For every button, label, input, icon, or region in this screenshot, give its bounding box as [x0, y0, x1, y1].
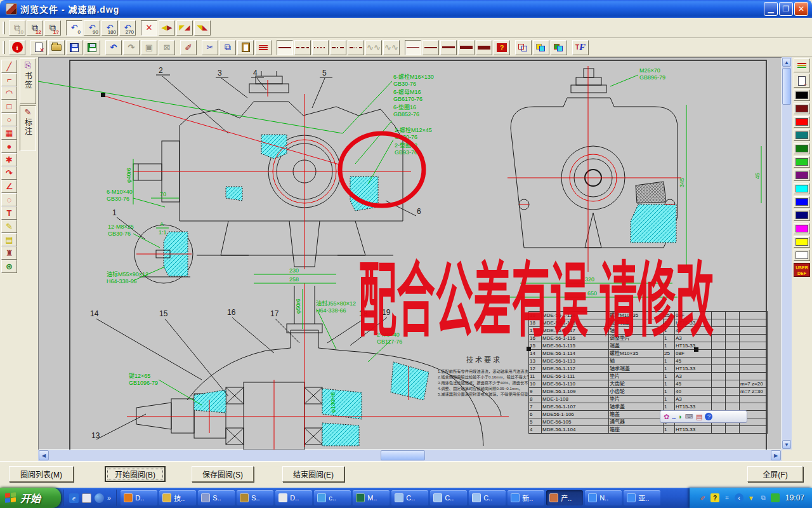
end-review-button[interactable]: 结束圈阅(E): [282, 466, 344, 482]
linewidth-4-button[interactable]: [458, 40, 475, 55]
brush-tool-button[interactable]: ⊛: [1, 260, 17, 273]
scroll-right-button[interactable]: ▶: [771, 450, 781, 460]
copy-button[interactable]: ⧉: [219, 40, 236, 55]
filled-ellipse-tool-button[interactable]: ●: [1, 140, 17, 153]
linewidth-2-button[interactable]: [422, 40, 439, 55]
color-swatch-4[interactable]: [794, 143, 810, 154]
taskbar-clock[interactable]: 19:07: [785, 493, 804, 502]
angle-tool-button[interactable]: ∠: [1, 180, 17, 193]
ime-keyboard-icon[interactable]: ⌨: [685, 414, 693, 420]
show-desktop-icon[interactable]: [82, 493, 91, 503]
network-tray-icon[interactable]: ⧉: [759, 493, 768, 502]
zoom-extents-button[interactable]: ⊠: [159, 40, 175, 55]
linestyle-solid-button[interactable]: [277, 40, 293, 55]
filled-rectangle-tool-button[interactable]: ▦: [1, 126, 17, 140]
zoom-window-button[interactable]: ▣: [141, 40, 157, 55]
vertical-scroll-thumb[interactable]: [782, 68, 791, 105]
layer-fill-button[interactable]: [533, 40, 549, 55]
horizontal-scrollbar[interactable]: ◀ ▶: [38, 450, 782, 461]
redo-button[interactable]: ↷: [123, 40, 140, 55]
pen-tray-icon[interactable]: ✐: [698, 493, 707, 502]
rectangle-tool-button[interactable]: □: [1, 100, 17, 113]
no-mirror-button[interactable]: ✕: [141, 20, 157, 36]
linestyle-zigzag-button[interactable]: ∿∿: [383, 40, 400, 55]
vertical-scrollbar[interactable]: ▲ ▼: [782, 57, 792, 450]
color-swatch-8[interactable]: [794, 196, 810, 208]
color-swatch-12[interactable]: [794, 250, 810, 261]
rotate-0-button[interactable]: ↶0: [66, 20, 82, 36]
goto-page-button[interactable]: ⧉1?: [44, 20, 61, 36]
highlighter-tool-button[interactable]: ✎: [1, 220, 17, 233]
taskbar-window-0[interactable]: D..: [121, 490, 157, 505]
next-page-button[interactable]: ⧉12: [27, 20, 43, 36]
ie-quicklaunch-icon[interactable]: e: [69, 493, 79, 503]
linestyle-dash-button[interactable]: [294, 40, 311, 55]
freehand-blob-tool-button[interactable]: ✱: [1, 153, 17, 166]
taskbar-window-10[interactable]: 新..: [508, 490, 544, 505]
eraser-pen-button[interactable]: ✐: [180, 40, 197, 55]
taskbar-window-9[interactable]: C..: [469, 490, 506, 505]
stamp-tool-button[interactable]: ♜: [1, 246, 17, 260]
rotate-180-button[interactable]: ↶180: [102, 20, 118, 36]
cut-button[interactable]: ✂: [202, 40, 218, 55]
taskbar-window-4[interactable]: D..: [275, 490, 312, 505]
arrow-tool-button[interactable]: ↷: [1, 166, 17, 180]
arc-tool-button[interactable]: ◠: [1, 86, 17, 100]
taskbar-window-7[interactable]: C..: [391, 490, 428, 505]
color-swatch-0[interactable]: [794, 90, 810, 101]
start-button[interactable]: 开始: [0, 488, 61, 508]
mirror-button[interactable]: ◀▶: [159, 20, 175, 36]
taskbar-window-1[interactable]: 技..: [159, 490, 196, 505]
user-defined-color-button[interactable]: USER DEF: [794, 263, 810, 277]
taskbar-window-6[interactable]: M..: [353, 490, 390, 505]
user-tray-icon[interactable]: [771, 493, 780, 502]
fullscreen-button[interactable]: 全屏(F): [747, 466, 803, 482]
color-swatch-7[interactable]: [794, 183, 810, 194]
help-tray-icon[interactable]: ?: [710, 493, 719, 502]
flip-vertical-button[interactable]: ◤◢: [176, 20, 193, 36]
ime-symbols-icon[interactable]: ▤: [696, 413, 702, 420]
linestyle-dashdot-button[interactable]: [330, 40, 346, 55]
scroll-left-button[interactable]: ◀: [39, 450, 49, 460]
toolbar-grip[interactable]: [3, 22, 5, 34]
ime-language-bar[interactable]: ✿ .. ◗ ⌨ ▤ ?: [660, 410, 747, 423]
drawing-canvas[interactable]: 6-螺栓M16×130GB30-76 6-螺母M16GB6170-76 6-垫圈…: [38, 57, 782, 450]
tab-bookmarks[interactable]: ⎘ 书签: [20, 58, 36, 104]
copy-page-button[interactable]: ⌐: [794, 74, 810, 88]
scroll-down-button[interactable]: ▼: [782, 440, 791, 449]
color-swatch-11[interactable]: [794, 236, 810, 248]
info-button[interactable]: i: [9, 40, 25, 55]
linewidth-1-button[interactable]: [405, 40, 421, 55]
ellipse-tool-button[interactable]: ○: [1, 113, 17, 126]
maximize-button[interactable]: ❐: [779, 2, 793, 16]
language-bar-icon[interactable]: ‹: [735, 493, 743, 502]
scroll-up-button[interactable]: ▲: [782, 58, 791, 67]
markup-list-button[interactable]: 圈阅列表(M): [9, 466, 74, 482]
color-swatch-5[interactable]: [794, 156, 810, 168]
save-button[interactable]: [66, 40, 82, 55]
taskbar-window-11[interactable]: 产..: [546, 490, 583, 505]
save-as-button[interactable]: [84, 40, 100, 55]
tab-annotations[interactable]: ✎ 标注: [20, 105, 36, 151]
taskbar-window-3[interactable]: S..: [237, 490, 273, 505]
ime-mode-icon[interactable]: ..: [672, 413, 676, 420]
taskbar-window-13[interactable]: 亚..: [624, 490, 660, 505]
layer-manager-button[interactable]: [794, 58, 810, 72]
rotate-90-button[interactable]: ↶90: [84, 20, 100, 36]
display-tray-icon[interactable]: ⌗: [723, 493, 731, 502]
linestyle-dot-button[interactable]: [312, 40, 329, 55]
paste-button[interactable]: [237, 40, 254, 55]
horizontal-scroll-thumb[interactable]: [381, 450, 425, 460]
linestyle-dashdotdot-button[interactable]: [348, 40, 364, 55]
quicklaunch-overflow-chevron[interactable]: »: [107, 494, 111, 502]
linewidth-5-button[interactable]: [476, 40, 492, 55]
antivirus-tray-icon[interactable]: ▼: [747, 493, 756, 502]
layers-button[interactable]: [255, 40, 272, 55]
note-tool-button[interactable]: ▤: [1, 233, 17, 246]
text-format-button[interactable]: TF: [572, 40, 589, 55]
color-swatch-2[interactable]: [794, 116, 810, 128]
color-swatch-3[interactable]: [794, 130, 810, 141]
layer-both-button[interactable]: [551, 40, 567, 55]
linewidth-3-button[interactable]: [440, 40, 457, 55]
polyline-tool-button[interactable]: ⌐: [1, 73, 17, 86]
